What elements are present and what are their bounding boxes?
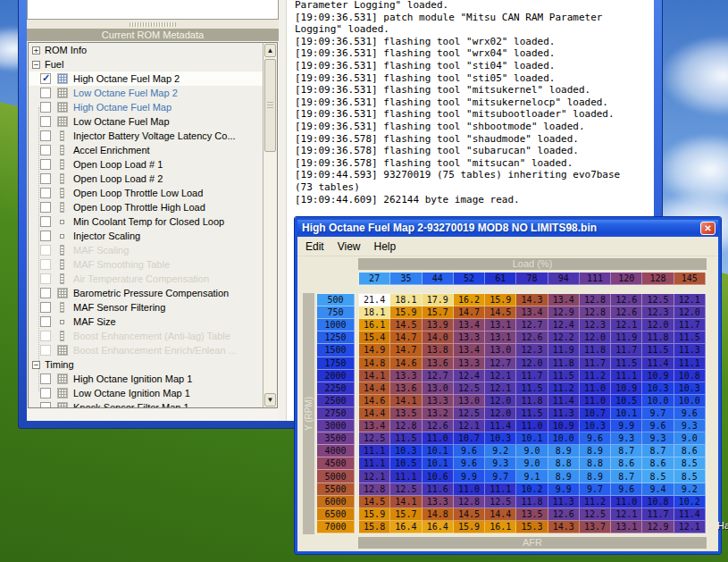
rpm-header-cell[interactable]: 1750: [317, 357, 355, 370]
tree-item-fuel[interactable]: −Fuel: [29, 57, 277, 71]
tree-item-checkbox[interactable]: [40, 388, 51, 398]
afr-cell[interactable]: 11.1: [359, 445, 390, 457]
load-header-cell[interactable]: 78: [516, 273, 548, 285]
afr-cell[interactable]: 10.1: [423, 457, 454, 470]
afr-cell[interactable]: 14.3: [548, 521, 580, 533]
afr-cell[interactable]: 10.1: [611, 407, 642, 420]
rpm-header-cell[interactable]: 7000: [317, 521, 355, 533]
tree-item-checkbox[interactable]: [40, 102, 51, 113]
afr-cell[interactable]: 14.9: [359, 344, 390, 356]
afr-cell[interactable]: 15.4: [359, 331, 390, 344]
afr-cell[interactable]: 11.3: [548, 407, 580, 420]
afr-cell[interactable]: 16.1: [485, 521, 516, 533]
load-header-cell[interactable]: 94: [548, 273, 580, 285]
afr-cell[interactable]: 12.8: [580, 306, 611, 319]
afr-cell[interactable]: 10.5: [611, 395, 642, 407]
afr-cell[interactable]: 15.7: [390, 508, 422, 521]
afr-cell[interactable]: 13.6: [390, 382, 422, 395]
afr-cell[interactable]: 12.8: [580, 294, 611, 306]
afr-cell[interactable]: 12.1: [359, 470, 390, 482]
load-header-cell[interactable]: 145: [674, 273, 706, 285]
afr-cell[interactable]: 11.1: [359, 457, 390, 470]
tree-item-checkbox[interactable]: [40, 259, 51, 270]
afr-cell[interactable]: 12.1: [674, 521, 706, 533]
close-icon[interactable]: ✕: [700, 222, 715, 235]
rpm-header-cell[interactable]: 5000: [317, 470, 355, 482]
tree-item-open-loop-throttle-high-load[interactable]: Open Loop Throttle High Load: [29, 200, 277, 214]
afr-cell[interactable]: 13.1: [611, 521, 642, 533]
scroll-up-button[interactable]: ▲: [264, 44, 276, 57]
afr-cell[interactable]: 11.0: [516, 420, 548, 432]
afr-cell[interactable]: 21.4: [359, 294, 390, 306]
afr-cell[interactable]: 14.8: [359, 357, 390, 370]
expand-icon[interactable]: +: [32, 46, 40, 55]
afr-cell[interactable]: 11.7: [516, 370, 548, 382]
tree-item-barometric-pressure-compensation[interactable]: Barometric Pressure Compensation: [29, 286, 277, 300]
afr-cell[interactable]: 9.6: [674, 407, 706, 420]
afr-cell[interactable]: 13.2: [423, 407, 454, 420]
afr-cell[interactable]: 12.5: [454, 382, 485, 395]
afr-cell[interactable]: 8.6: [611, 457, 642, 470]
afr-cell[interactable]: 15.3: [516, 521, 548, 533]
afr-cell[interactable]: 11.3: [674, 344, 706, 356]
afr-cell[interactable]: 11.0: [580, 382, 611, 395]
tree-item-maf-size[interactable]: MAF Size: [29, 315, 277, 329]
tree-item-high-octane-ignition-map-1[interactable]: High Octane Ignition Map 1: [29, 372, 277, 386]
rpm-header-cell[interactable]: 1250: [317, 331, 355, 344]
afr-cell[interactable]: 10.3: [390, 445, 422, 457]
afr-cell[interactable]: 12.0: [485, 395, 516, 407]
afr-cell[interactable]: 15.9: [359, 508, 390, 521]
afr-cell[interactable]: 9.7: [485, 470, 516, 482]
afr-cell[interactable]: 12.3: [516, 344, 548, 356]
afr-cell[interactable]: 8.6: [674, 445, 706, 457]
tree-scrollbar[interactable]: ▲ ▼: [263, 42, 278, 408]
afr-cell[interactable]: 13.1: [485, 319, 516, 331]
afr-cell[interactable]: 12.6: [611, 306, 642, 319]
tree-item-checkbox[interactable]: [40, 188, 51, 198]
rpm-header-cell[interactable]: 2750: [317, 407, 355, 420]
afr-cell[interactable]: 10.1: [423, 445, 454, 457]
afr-cell[interactable]: 13.1: [485, 331, 516, 344]
afr-cell[interactable]: 8.7: [642, 445, 674, 457]
afr-cell[interactable]: 17.9: [423, 294, 454, 306]
tree-item-low-octane-fuel-map[interactable]: Low Octane Fuel Map: [29, 114, 277, 129]
afr-cell[interactable]: 11.2: [580, 496, 611, 508]
load-header-cell[interactable]: 111: [580, 273, 611, 285]
afr-cell[interactable]: 8.5: [642, 470, 674, 482]
afr-cell[interactable]: 11.6: [423, 483, 454, 496]
afr-cell[interactable]: 12.6: [611, 294, 642, 306]
afr-cell[interactable]: 11.5: [611, 357, 642, 370]
afr-cell[interactable]: 13.3: [423, 496, 454, 508]
load-header-cell[interactable]: 27: [359, 273, 390, 285]
rpm-header-cell[interactable]: 750: [317, 306, 355, 319]
tree-item-checkbox[interactable]: [40, 173, 51, 184]
afr-cell[interactable]: 13.3: [390, 370, 422, 382]
afr-cell[interactable]: 12.3: [580, 319, 611, 331]
afr-cell[interactable]: 9.6: [454, 457, 485, 470]
afr-cell[interactable]: 10.7: [454, 432, 485, 445]
tree-item-accel-enrichment[interactable]: Accel Enrichment: [29, 143, 277, 157]
tree-item-checkbox[interactable]: [40, 402, 51, 408]
rpm-header-cell[interactable]: 3500: [317, 432, 355, 445]
afr-cell[interactable]: 14.8: [423, 508, 454, 521]
tree-item-high-octane-fuel-map-2[interactable]: High Octane Fuel Map 2: [29, 71, 277, 86]
rpm-header-cell[interactable]: 4500: [317, 457, 355, 470]
tree-item-air-temperature-compensation[interactable]: Air Temperature Compensation: [29, 272, 277, 286]
rpm-header-cell[interactable]: 3000: [317, 420, 355, 432]
afr-cell[interactable]: 8.8: [548, 457, 580, 470]
menu-view[interactable]: View: [338, 240, 361, 253]
afr-cell[interactable]: 9.2: [485, 445, 516, 457]
afr-cell[interactable]: 10.0: [548, 432, 580, 445]
afr-cell[interactable]: 14.7: [390, 331, 422, 344]
afr-cell[interactable]: 12.0: [580, 331, 611, 344]
afr-cell[interactable]: 9.1: [516, 470, 548, 482]
tree-item-boost-enhancement-anti-lag-table[interactable]: Boost Enhancement (Anti-lag) Table: [29, 329, 277, 343]
afr-cell[interactable]: 16.4: [390, 521, 422, 533]
afr-cell[interactable]: 15.9: [390, 306, 422, 319]
afr-cell[interactable]: 11.5: [674, 331, 706, 344]
tree-item-checkbox[interactable]: [40, 331, 51, 341]
afr-cell[interactable]: 9.3: [485, 457, 516, 470]
afr-cell[interactable]: 13.4: [454, 319, 485, 331]
afr-cell[interactable]: 8.6: [642, 457, 674, 470]
afr-cell[interactable]: 18.1: [359, 306, 390, 319]
